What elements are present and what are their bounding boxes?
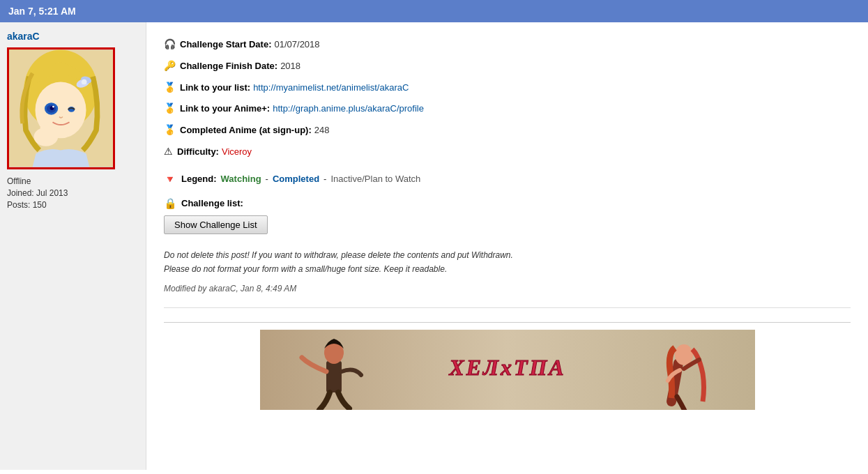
- difficulty-row: ⚠ Difficulty: Viceroy: [164, 144, 851, 160]
- animep-link-row: 🥇 Link to your Anime+: http://graph.anim…: [164, 100, 851, 116]
- header-bar: Jan 7, 5:21 AM: [0, 0, 868, 22]
- legend-completed: Completed: [273, 174, 319, 184]
- user-status: Offline: [7, 176, 139, 186]
- svg-point-5: [82, 79, 87, 85]
- challenge-finish-value: 2018: [280, 59, 300, 74]
- info-table: 🎧 Challenge Start Date: 01/07/2018 🔑 Cha…: [164, 36, 851, 160]
- notice-line-1: Do not delete this post! If you want to …: [164, 248, 851, 262]
- content-area: 🎧 Challenge Start Date: 01/07/2018 🔑 Cha…: [146, 22, 868, 470]
- list-link[interactable]: http://myanimelist.net/animelist/akaraC: [253, 81, 409, 95]
- completed-value: 248: [314, 123, 330, 138]
- list-link-row: 🥇 Link to your list: http://myanimelist.…: [164, 79, 851, 95]
- banner-image: ХЕЛхТПА: [260, 330, 755, 410]
- challenge-list-section: 🔒 Challenge list: Show Challenge List: [164, 197, 851, 234]
- challenge-list-label: Challenge list:: [181, 198, 243, 208]
- notice-section: Do not delete this post! If you want to …: [164, 248, 851, 277]
- medal-icon-1: 🥇: [164, 79, 176, 95]
- joined-info: Joined: Jul 2013: [7, 188, 139, 198]
- sidebar: akaraC: [0, 22, 146, 470]
- headphones-icon: 🎧: [164, 36, 176, 52]
- divider: [164, 322, 851, 323]
- challenge-finish-row: 🔑 Challenge Finish Date: 2018: [164, 58, 851, 74]
- avatar: [9, 49, 113, 167]
- legend-inactive: Inactive/Plan to Watch: [330, 174, 420, 184]
- challenge-finish-label: Challenge Finish Date:: [180, 59, 277, 74]
- medal-icon-3: 🥇: [164, 122, 176, 137]
- avatar-container: [7, 47, 115, 169]
- bottom-banner: ХЕЛхТПА: [164, 307, 851, 410]
- lock-icon: 🔒: [164, 197, 177, 210]
- completed-label: Completed Anime (at sign-up):: [180, 123, 312, 138]
- animep-link[interactable]: http://graph.anime.plus/akaraC/profile: [273, 102, 424, 116]
- medal-icon-2: 🥇: [164, 100, 176, 116]
- svg-point-10: [52, 106, 54, 108]
- challenge-start-row: 🎧 Challenge Start Date: 01/07/2018: [164, 36, 851, 52]
- svg-text:ХЕЛхТПА: ХЕЛхТПА: [448, 355, 565, 380]
- legend-label: Legend:: [181, 174, 217, 184]
- svg-point-16: [675, 344, 693, 365]
- posts-info: Posts: 150: [7, 200, 139, 210]
- challenge-start-value: 01/07/2018: [274, 38, 319, 52]
- difficulty-value: Viceroy: [222, 145, 252, 160]
- triangle-down-icon: 🔻: [164, 174, 176, 185]
- show-challenge-button[interactable]: Show Challenge List: [164, 215, 268, 234]
- challenge-list-header-row: 🔒 Challenge list:: [164, 197, 851, 210]
- username[interactable]: akaraC: [7, 31, 139, 42]
- legend-sep-2: -: [323, 174, 326, 184]
- key-icon: 🔑: [164, 58, 176, 73]
- legend-row: 🔻 Legend: Watching - Completed - Inactiv…: [164, 174, 851, 185]
- list-link-label: Link to your list:: [180, 81, 250, 95]
- warning-icon: ⚠: [164, 144, 173, 159]
- difficulty-label: Difficulty:: [177, 145, 219, 160]
- svg-rect-13: [326, 361, 342, 392]
- legend-watching: Watching: [221, 174, 261, 184]
- notice-line-2: Please do not format your form with a sm…: [164, 262, 851, 276]
- completed-row: 🥇 Completed Anime (at sign-up): 248: [164, 122, 851, 138]
- challenge-start-label: Challenge Start Date:: [180, 38, 271, 52]
- legend-sep-1: -: [266, 174, 268, 184]
- header-datetime: Jan 7, 5:21 AM: [8, 6, 76, 17]
- animep-link-label: Link to your Anime+:: [180, 102, 270, 116]
- main-layout: akaraC: [0, 22, 868, 470]
- modified-by: Modified by akaraC, Jan 8, 4:49 AM: [164, 284, 851, 293]
